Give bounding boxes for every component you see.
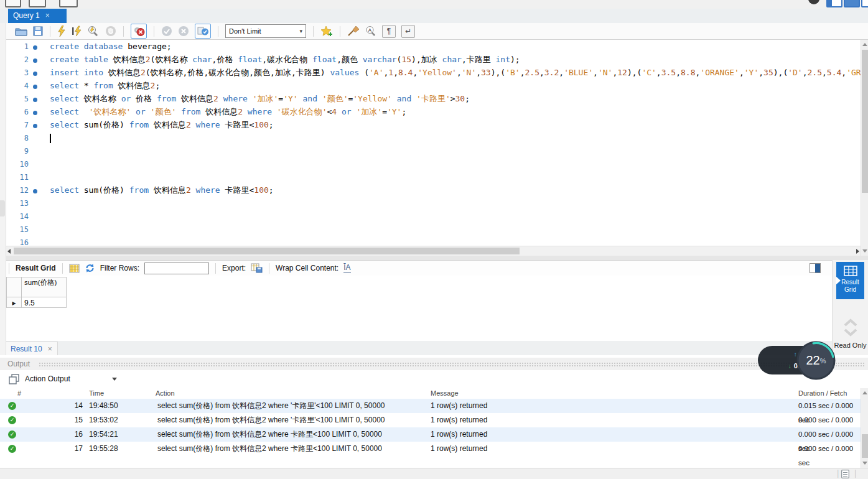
- rollback-icon[interactable]: [178, 24, 189, 38]
- success-icon: ✓: [8, 416, 16, 424]
- code-text: [50, 133, 51, 142]
- output-row[interactable]: ✓1719:55:28select sum(价格) from 饮料信息2 whe…: [0, 442, 861, 456]
- memory-percent-ball[interactable]: 22%: [796, 341, 836, 380]
- output-view-selector[interactable]: Action Output: [25, 374, 70, 383]
- editor-line[interactable]: 14: [6, 210, 861, 223]
- line-number: 1: [6, 40, 29, 53]
- scroll-up-arrow[interactable]: [862, 391, 867, 394]
- scroll-up-arrow[interactable]: [862, 43, 867, 46]
- toolbar-icon-fragment[interactable]: [808, 0, 819, 4]
- editor-line[interactable]: 9: [6, 144, 861, 157]
- sidebar-result-grid-button[interactable]: Result Grid: [836, 262, 864, 299]
- toolbar-separator: [123, 26, 124, 37]
- output-row-index: 17: [22, 442, 83, 456]
- result-cell[interactable]: 9.5: [22, 297, 67, 308]
- output-table-header: # Time Action Message Duration / Fetch: [0, 388, 861, 399]
- row-marker-cell[interactable]: ▶: [7, 297, 22, 308]
- result-tab[interactable]: Result 10 ×: [5, 342, 58, 356]
- execute-icon[interactable]: [57, 24, 66, 38]
- line-number: 3: [6, 67, 29, 80]
- toggle-autocommit-icon[interactable]: [195, 24, 211, 39]
- grid-view-icon[interactable]: [69, 261, 80, 275]
- output-row-message: 1 row(s) returned: [431, 413, 487, 427]
- toggle-bottom-panel-icon[interactable]: [844, 0, 860, 7]
- scroll-down-arrow[interactable]: [862, 462, 867, 465]
- toolbar-icon-fragment[interactable]: [5, 0, 21, 7]
- save-script-icon[interactable]: [33, 24, 43, 38]
- toolbar-icon-fragment[interactable]: [59, 0, 78, 7]
- line-number: 11: [6, 171, 29, 184]
- limit-rows-dropdown[interactable]: Don't Limit ▾: [225, 24, 306, 38]
- editor-line[interactable]: 4select * from 饮料信息2;: [6, 79, 861, 92]
- scrollbar-thumb[interactable]: [862, 434, 868, 458]
- open-script-icon[interactable]: [15, 24, 27, 38]
- row-marker-header-cell: [7, 277, 22, 297]
- scrollbar-thumb[interactable]: [14, 248, 520, 254]
- output-row[interactable]: ✓1419:48:50select sum(价格) from 饮料信息2 whe…: [0, 399, 861, 413]
- output-vertical-scrollbar[interactable]: [861, 388, 868, 468]
- find-icon[interactable]: A: [365, 24, 376, 38]
- line-number: 9: [6, 145, 29, 158]
- toggle-left-panel-icon[interactable]: [826, 0, 842, 7]
- statement-executed-dot: [29, 67, 41, 80]
- output-row[interactable]: ✓1519:53:02select sum(价格) from 饮料信息2 whe…: [0, 413, 861, 427]
- editor-line[interactable]: 12select sum(价格) from 饮料信息2 where 卡路里<10…: [6, 184, 861, 197]
- close-icon[interactable]: ×: [45, 9, 50, 23]
- result-column-header[interactable]: sum(价格): [22, 277, 67, 297]
- editor-line[interactable]: 2create table 饮料信息2(饮料名称 char,价格 float,碳…: [6, 53, 861, 66]
- output-row[interactable]: ✓1619:54:21select sum(价格) from 饮料信息2 whe…: [0, 427, 861, 442]
- filter-rows-input[interactable]: [144, 263, 209, 274]
- col-header-time: Time: [89, 389, 104, 397]
- editor-line[interactable]: 5select 饮料名称 or 价格 from 饮料信息2 where '加冰'…: [6, 92, 861, 105]
- editor-line[interactable]: 6select '饮料名称' or '颜色' from 饮料信息2 where …: [6, 105, 861, 118]
- scroll-down-arrow[interactable]: [862, 249, 867, 253]
- sidebar-grip-handle[interactable]: [0, 200, 5, 216]
- query-status-icon[interactable]: [841, 470, 849, 479]
- collapse-chevrons-icon[interactable]: [843, 318, 858, 340]
- stop-icon[interactable]: [105, 24, 116, 38]
- show-invisibles-icon[interactable]: ¶: [382, 25, 396, 38]
- dotted-texture: [39, 362, 866, 367]
- sql-editor[interactable]: 1create database beverage;2create table …: [6, 40, 861, 246]
- editor-line[interactable]: 10: [6, 157, 861, 170]
- output-row-action: select sum(价格) from 饮料信息2 where 卡路里<100 …: [157, 427, 382, 442]
- export-icon[interactable]: [251, 261, 263, 275]
- close-icon[interactable]: ×: [48, 342, 52, 356]
- editor-line[interactable]: 7select sum(价格) from 饮料信息2 where 卡路里<100…: [6, 118, 861, 131]
- editor-horizontal-scrollbar[interactable]: [6, 246, 861, 256]
- toggle-right-panel-icon[interactable]: [861, 0, 868, 7]
- explain-icon[interactable]: [88, 24, 100, 38]
- editor-line[interactable]: 11: [6, 170, 861, 184]
- toggle-wrap-icon[interactable]: ↵: [401, 25, 415, 38]
- query-tab[interactable]: Query 1 ×: [8, 9, 67, 23]
- execute-current-icon[interactable]: [72, 24, 82, 38]
- code-text: select sum(价格) from 饮料信息2 where 卡路里<100;: [50, 120, 274, 129]
- editor-lines: 1create database beverage;2create table …: [6, 40, 861, 246]
- wrap-cell-content-icon[interactable]: ĪA: [343, 264, 350, 272]
- scroll-right-arrow[interactable]: [856, 249, 859, 254]
- editor-line[interactable]: 16: [6, 236, 861, 246]
- refresh-icon[interactable]: [85, 261, 95, 275]
- scrollbar-thumb[interactable]: [862, 50, 868, 193]
- scroll-left-arrow[interactable]: [7, 249, 11, 254]
- editor-line[interactable]: 13: [6, 197, 861, 210]
- editor-line[interactable]: 15: [6, 223, 861, 236]
- beautify-icon[interactable]: [347, 24, 360, 38]
- toggle-result-sidebar-icon[interactable]: [810, 263, 821, 273]
- toolbar-icon-fragment[interactable]: [29, 0, 46, 7]
- mysql-workbench-window: Query 1 × Don't Limit: [0, 0, 868, 479]
- toggle-stop-on-error-icon[interactable]: [131, 24, 147, 39]
- result-grid-row[interactable]: ▶9.5: [7, 297, 67, 308]
- output-row-time: 19:48:50: [89, 399, 118, 413]
- line-number: 2: [6, 53, 29, 67]
- editor-vertical-scrollbar[interactable]: [861, 40, 868, 256]
- output-header-bar: Output: [0, 358, 868, 370]
- save-snippet-icon[interactable]: [320, 24, 333, 38]
- commit-icon[interactable]: [161, 24, 172, 38]
- editor-line[interactable]: 8: [6, 131, 861, 144]
- editor-line[interactable]: 1create database beverage;: [6, 40, 861, 53]
- line-number: 7: [6, 119, 29, 132]
- chevron-down-icon[interactable]: [112, 378, 117, 381]
- collapsed-sidebar-strip[interactable]: [0, 23, 6, 355]
- editor-line[interactable]: 3insert into 饮料信息2(饮料名称,价格,碳水化合物,颜色,加冰,卡…: [6, 66, 861, 79]
